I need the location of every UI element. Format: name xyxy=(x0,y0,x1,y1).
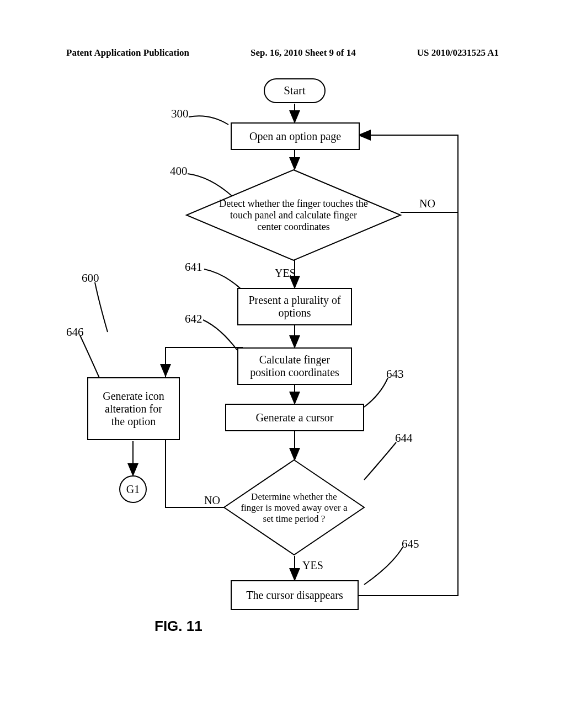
connector-g1-label: G1 xyxy=(126,483,140,496)
decision-644-text: Determine whether the finger is moved aw… xyxy=(241,478,348,538)
flowchart-diagram: Start Open an option page 300 Detect whe… xyxy=(0,72,565,689)
ref-600: 600 xyxy=(82,271,99,285)
decision-644: Determine whether the finger is moved aw… xyxy=(223,459,365,556)
ref-645: 645 xyxy=(402,537,419,551)
process-643-text: Generate a cursor xyxy=(255,411,333,424)
process-300: Open an option page xyxy=(231,122,360,150)
decision-644-yes: YES xyxy=(302,559,323,572)
header-sheet: Sep. 16, 2010 Sheet 9 of 14 xyxy=(189,47,417,58)
process-641: Present a plurality of options xyxy=(237,288,352,325)
figure-label: FIG. 11 xyxy=(154,618,202,635)
process-300-text: Open an option page xyxy=(249,130,341,143)
ref-646: 646 xyxy=(66,325,84,339)
header-docid: US 2010/0231525 A1 xyxy=(417,47,499,58)
process-641-text: Present a plurality of options xyxy=(247,294,342,319)
ref-300: 300 xyxy=(171,107,189,121)
decision-644-no: NO xyxy=(204,494,220,507)
decision-400-no: NO xyxy=(419,197,435,210)
decision-400-yes: YES xyxy=(275,267,296,280)
ref-641: 641 xyxy=(185,260,202,274)
ref-644: 644 xyxy=(395,431,413,445)
header-publication: Patent Application Publication xyxy=(66,47,189,58)
connector-g1: G1 xyxy=(119,475,147,503)
ref-643: 643 xyxy=(386,367,404,381)
process-642: Calculate finger position coordinates xyxy=(237,347,352,385)
decision-400: Detect whether the finger touches the to… xyxy=(185,169,402,261)
process-646: Generate icon alteration for the option xyxy=(87,377,180,440)
ref-642: 642 xyxy=(185,312,202,326)
process-642-text: Calculate finger position coordinates xyxy=(247,354,342,379)
decision-400-text: Detect whether the finger touches the to… xyxy=(218,184,369,246)
process-643: Generate a cursor xyxy=(225,404,364,431)
process-645: The cursor disappears xyxy=(231,580,359,610)
start-label: Start xyxy=(284,84,306,97)
ref-400: 400 xyxy=(170,164,188,178)
process-646-text: Generate icon alteration for the option xyxy=(97,390,170,428)
page-header: Patent Application Publication Sep. 16, … xyxy=(0,47,565,58)
process-645-text: The cursor disappears xyxy=(246,589,343,602)
start-terminator: Start xyxy=(264,78,326,103)
